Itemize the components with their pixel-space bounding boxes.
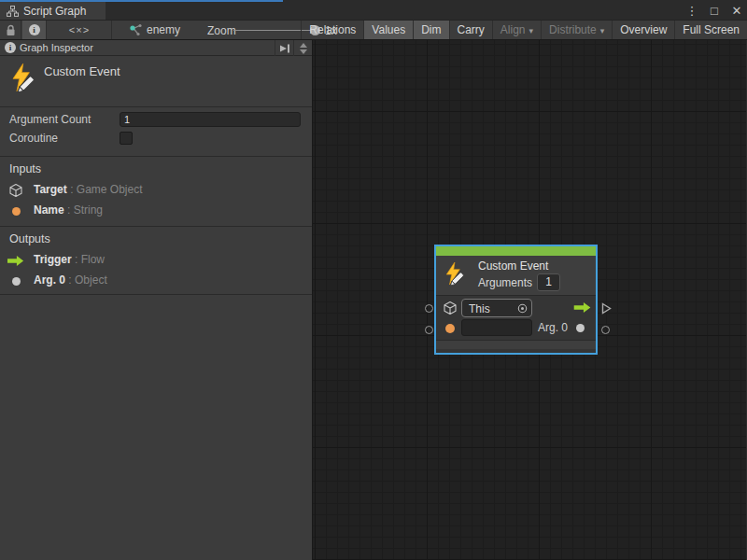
object-dot-icon <box>576 324 585 332</box>
custom-event-node[interactable]: Custom Event Arguments 1 This <box>434 245 598 355</box>
tab-title: Script Graph <box>23 5 86 18</box>
scrub-down-icon[interactable] <box>300 49 307 54</box>
port-name: Target <box>34 183 67 196</box>
graph-reference[interactable]: enemy <box>129 21 180 39</box>
flow-arrow-icon <box>572 301 593 314</box>
graph-tab-icon <box>7 6 19 17</box>
argument-count-field[interactable] <box>120 112 301 127</box>
port-type: : String <box>67 203 103 217</box>
main-area: i Graph Inspector <box>0 40 747 560</box>
inspector-scrubber[interactable] <box>296 40 311 56</box>
unit-title-section: Custom Event <box>0 57 312 106</box>
node-arguments-value[interactable]: 1 <box>537 273 560 291</box>
node-target-row: This <box>436 298 596 318</box>
maximize-icon[interactable]: □ <box>708 4 721 18</box>
inspector-toggle-button[interactable]: i <box>22 21 47 39</box>
target-object-dropdown[interactable]: This <box>461 299 532 317</box>
code-view-button[interactable]: <×> <box>48 21 112 39</box>
event-color-bar <box>436 246 596 256</box>
unit-title: Custom Event <box>44 64 120 78</box>
target-picker-icon[interactable] <box>517 303 528 314</box>
port-type: : Object <box>68 273 106 287</box>
port-name: Name <box>34 203 64 217</box>
arg0-label: Arg. 0 <box>538 321 568 334</box>
node-footer <box>436 340 596 349</box>
separator <box>0 294 312 295</box>
separator <box>0 156 312 157</box>
zoom-label: Zoom <box>207 24 236 37</box>
output-port-trigger: Trigger : Flow Trigger <box>0 252 312 269</box>
separator <box>0 226 312 227</box>
graph-canvas[interactable]: Custom Event Arguments 1 This <box>313 40 746 560</box>
graph-ref-icon <box>129 23 142 36</box>
chevron-down-icon: ▾ <box>600 26 605 35</box>
graph-toolbar: i <×> enemy Zoom 1x Relations Values Dim… <box>0 20 747 40</box>
graph-name-label: enemy <box>147 23 180 36</box>
port-type: : Flow <box>75 253 105 266</box>
close-icon[interactable]: ✕ <box>730 4 743 18</box>
object-dot-icon <box>12 277 21 286</box>
dim-button[interactable]: Dim <box>413 21 448 39</box>
event-name-field[interactable] <box>461 319 532 336</box>
node-arguments-label: Arguments <box>478 276 532 289</box>
custom-event-icon <box>9 63 39 92</box>
node-header[interactable]: Custom Event Arguments 1 <box>436 256 596 295</box>
inspector-header-title: Graph Inspector <box>20 42 93 53</box>
port-target-connection[interactable] <box>425 304 433 313</box>
argument-count-label: Argument Count <box>9 113 91 126</box>
node-title: Custom Event <box>478 259 548 273</box>
port-arg0-connection[interactable] <box>601 326 610 334</box>
coroutine-checkbox[interactable] <box>120 132 133 145</box>
coroutine-label: Coroutine <box>9 132 58 145</box>
dock-panel-button[interactable] <box>275 40 294 56</box>
distribute-button[interactable]: Distribute▾ <box>541 21 612 39</box>
target-object-value: This <box>469 302 490 315</box>
inspector-info-icon: i <box>5 42 16 53</box>
cube-icon <box>8 183 23 198</box>
relations-button[interactable]: Relations <box>301 21 363 39</box>
lock-icon <box>6 24 16 36</box>
info-icon: i <box>29 24 40 35</box>
node-arg-row: Arg. 0 <box>436 319 596 338</box>
values-button[interactable]: Values <box>363 21 413 39</box>
graph-inspector-panel: i Graph Inspector <box>0 40 313 560</box>
full-screen-button[interactable]: Full Screen <box>674 21 747 39</box>
input-port-name: Name : String Name <box>0 203 312 219</box>
flow-arrow-icon <box>7 255 24 267</box>
port-name-connection[interactable] <box>425 326 433 334</box>
dock-panel-icon <box>279 44 290 53</box>
port-type: : Game Object <box>70 183 142 196</box>
port-name: Trigger <box>34 253 72 266</box>
tab-script-graph[interactable]: Script Graph <box>0 2 106 20</box>
string-dot-icon <box>12 207 21 216</box>
graph-inspector-header: i Graph Inspector <box>0 40 312 56</box>
chevron-down-icon: ▾ <box>529 26 534 35</box>
custom-event-icon <box>444 261 468 286</box>
port-trigger-connection[interactable] <box>601 302 612 315</box>
window-controls: ⋮ □ ✕ <box>685 2 743 20</box>
align-button[interactable]: Align▾ <box>492 21 541 39</box>
outputs-heading: Outputs <box>9 232 50 245</box>
string-dot-icon <box>445 324 455 333</box>
output-port-arg0: Arg. 0 : Object Arg. 0 <box>0 273 312 289</box>
window-menu-icon[interactable]: ⋮ <box>685 4 698 18</box>
carry-button[interactable]: Carry <box>449 21 492 39</box>
inputs-heading: Inputs <box>9 162 41 175</box>
tab-bar: Script Graph ⋮ □ ✕ <box>0 0 747 20</box>
toolbar-buttons: Relations Values Dim Carry Align▾ Distri… <box>301 21 747 39</box>
script-graph-window: Script Graph ⋮ □ ✕ i <×> <box>0 0 747 560</box>
overview-button[interactable]: Overview <box>612 21 674 39</box>
code-view-icon: <×> <box>69 24 90 35</box>
cube-icon <box>443 301 458 315</box>
port-name: Arg. 0 <box>34 273 65 287</box>
separator <box>0 106 312 107</box>
node-body: This Arg. 0 <box>436 296 596 340</box>
lock-button[interactable] <box>0 21 21 39</box>
scrub-up-icon[interactable] <box>300 43 307 48</box>
input-port-target: Target : Game Object Target <box>0 182 312 199</box>
